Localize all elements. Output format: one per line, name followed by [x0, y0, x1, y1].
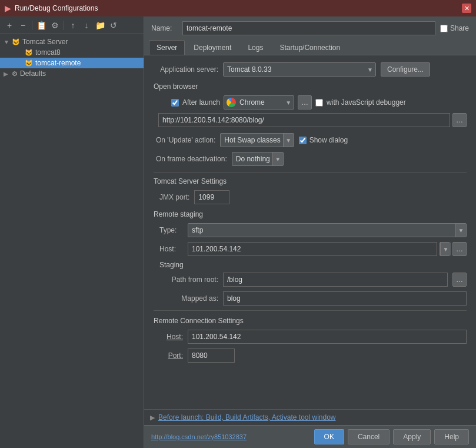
- before-launch-link[interactable]: Before launch: Build, Build Artifacts, A…: [158, 413, 336, 422]
- move-down-button[interactable]: ↓: [81, 19, 92, 31]
- remote-conn-title: Remote Connection Settings: [154, 317, 467, 325]
- server-group-icon: 🐱: [12, 38, 20, 46]
- sidebar-toolbar: + − 📋 ⚙ ↑ ↓ 📁 ↺: [0, 16, 144, 34]
- folder-button[interactable]: 📁: [94, 19, 106, 31]
- type-label: Type:: [159, 226, 183, 234]
- type-row: Type: sftp ▼: [154, 223, 467, 237]
- remote-host-row: Host: ▼ …: [154, 242, 467, 256]
- chrome-label: Chrome: [238, 98, 285, 107]
- move-up-button[interactable]: ↑: [67, 19, 79, 31]
- host-input-wrap: ▼ …: [188, 242, 467, 256]
- browser-select[interactable]: Chrome ▼: [224, 95, 294, 109]
- mapped-as-row: Mapped as:: [154, 291, 467, 306]
- rc-port-row: Port:: [154, 349, 467, 363]
- help-button[interactable]: Help: [434, 429, 469, 444]
- mapped-as-label: Mapped as:: [165, 294, 218, 303]
- staging-title: Staging: [154, 261, 467, 269]
- show-dialog-label: Show dialog: [309, 136, 348, 144]
- path-more-button[interactable]: …: [452, 273, 467, 287]
- jmx-input[interactable]: [194, 190, 229, 204]
- staging-section: Staging Path from root: … Mapped as:: [154, 261, 467, 306]
- divider-2: [154, 310, 467, 311]
- tab-server[interactable]: Server: [149, 40, 185, 55]
- configure-button[interactable]: Configure...: [381, 62, 430, 77]
- share-label[interactable]: Share: [450, 24, 469, 32]
- frame-deact-label: On frame deactivation:: [156, 155, 227, 163]
- before-launch-arrow-icon[interactable]: ▶: [150, 414, 155, 422]
- defaults-icon: ⚙: [12, 70, 18, 78]
- close-button[interactable]: ✕: [462, 4, 471, 13]
- tomcat-settings-title: Tomcat Server Settings: [154, 177, 467, 185]
- do-nothing-label: Do nothing: [232, 155, 272, 163]
- url-row: …: [154, 113, 467, 127]
- do-nothing-select[interactable]: Do nothing ▼: [232, 152, 284, 166]
- open-browser-title: Open browser: [154, 82, 467, 91]
- host-select-wrap: ▼: [440, 242, 450, 256]
- sidebar-item-tomcat-remote[interactable]: 🐱 tomcat-remote: [0, 58, 144, 68]
- browser-more-button[interactable]: …: [298, 95, 312, 109]
- main-container: + − 📋 ⚙ ↑ ↓ 📁 ↺ ▼ 🐱 Tomcat Server 🐱 tomc…: [0, 16, 476, 448]
- tab-startup[interactable]: Startup/Connection: [272, 40, 348, 55]
- sidebar-item-defaults[interactable]: ▶ ⚙ Defaults: [0, 68, 144, 79]
- app-server-label: Application server:: [154, 65, 218, 74]
- copy-button[interactable]: 📋: [35, 19, 47, 31]
- show-dialog-check: Show dialog: [299, 136, 348, 144]
- on-update-row: On 'Update' action: Hot Swap classes ▼ S…: [154, 133, 467, 147]
- js-debugger-checkbox[interactable]: [315, 99, 323, 107]
- cancel-button[interactable]: Cancel: [348, 429, 390, 444]
- app-icon: ▶: [5, 4, 11, 13]
- app-server-row: Application server: Tomcat 8.0.33 ▼ Conf…: [154, 62, 467, 77]
- rc-port-input[interactable]: [188, 349, 235, 363]
- path-from-root-row: Path from root: …: [154, 273, 467, 287]
- host-more-button[interactable]: …: [452, 242, 467, 256]
- reset-button[interactable]: ↺: [108, 19, 119, 31]
- apply-button[interactable]: Apply: [393, 429, 431, 444]
- after-launch-checkbox[interactable]: [171, 99, 179, 107]
- mapped-as-input[interactable]: [223, 291, 467, 306]
- url-more-button[interactable]: …: [452, 113, 467, 127]
- type-select-wrap: sftp ▼: [188, 223, 467, 237]
- toolbar-separator-2: [64, 21, 64, 30]
- app-server-select[interactable]: Tomcat 8.0.33: [223, 62, 376, 77]
- name-label: Name:: [151, 24, 178, 32]
- show-dialog-checkbox[interactable]: [299, 137, 307, 144]
- path-from-root-input[interactable]: [223, 273, 448, 287]
- share-row: Share: [440, 24, 469, 32]
- after-launch-row: After launch Chrome ▼ … with JavaScript …: [154, 95, 467, 109]
- rc-host-label: Host:: [159, 333, 183, 341]
- sidebar-item-tomcat-server[interactable]: ▼ 🐱 Tomcat Server: [0, 36, 144, 47]
- tab-deployment[interactable]: Deployment: [186, 40, 239, 55]
- right-panel: Name: Share Server Deployment Logs Start…: [144, 16, 476, 448]
- hot-swap-select[interactable]: Hot Swap classes ▼: [220, 133, 294, 147]
- window-title: Run/Debug Configurations: [15, 4, 462, 12]
- jmx-row: JMX port:: [154, 190, 467, 204]
- expand-arrow: ▶: [4, 71, 12, 77]
- sidebar-item-tomcat8[interactable]: 🐱 tomcat8: [0, 47, 144, 58]
- jmx-label: JMX port:: [159, 193, 189, 201]
- url-input[interactable]: [158, 113, 450, 127]
- type-select[interactable]: sftp: [188, 224, 455, 237]
- ok-button[interactable]: OK: [314, 429, 344, 444]
- tree-container: ▼ 🐱 Tomcat Server 🐱 tomcat8 🐱 tomcat-rem…: [0, 34, 144, 448]
- sidebar-item-label: tomcat8: [35, 48, 61, 57]
- content-area: Application server: Tomcat 8.0.33 ▼ Conf…: [144, 55, 476, 409]
- do-nothing-arrow-icon: ▼: [272, 152, 283, 165]
- app-server-select-wrap: Tomcat 8.0.33 ▼: [223, 62, 376, 77]
- rc-host-input[interactable]: [188, 330, 467, 344]
- share-checkbox[interactable]: [440, 25, 448, 32]
- footer-url: http://blog.csdn.net/zy851032837: [151, 433, 311, 440]
- tabs-container: Server Deployment Logs Startup/Connectio…: [144, 40, 476, 55]
- name-input[interactable]: [182, 21, 435, 35]
- remote-host-input[interactable]: [188, 242, 437, 256]
- sidebar-item-label: tomcat-remote: [35, 59, 81, 67]
- tomcat-remote-icon: 🐱: [25, 59, 33, 67]
- sidebar-item-label: Tomcat Server: [22, 38, 68, 46]
- type-arrow-icon: ▼: [455, 224, 466, 237]
- sidebar: + − 📋 ⚙ ↑ ↓ 📁 ↺ ▼ 🐱 Tomcat Server 🐱 tomc…: [0, 16, 144, 448]
- frame-deact-row: On frame deactivation: Do nothing ▼: [154, 152, 467, 166]
- tab-logs[interactable]: Logs: [240, 40, 271, 55]
- host-arrow-icon: ▼: [440, 243, 451, 255]
- settings-button[interactable]: ⚙: [49, 19, 61, 31]
- add-button[interactable]: +: [4, 19, 15, 31]
- remove-button[interactable]: −: [17, 19, 29, 31]
